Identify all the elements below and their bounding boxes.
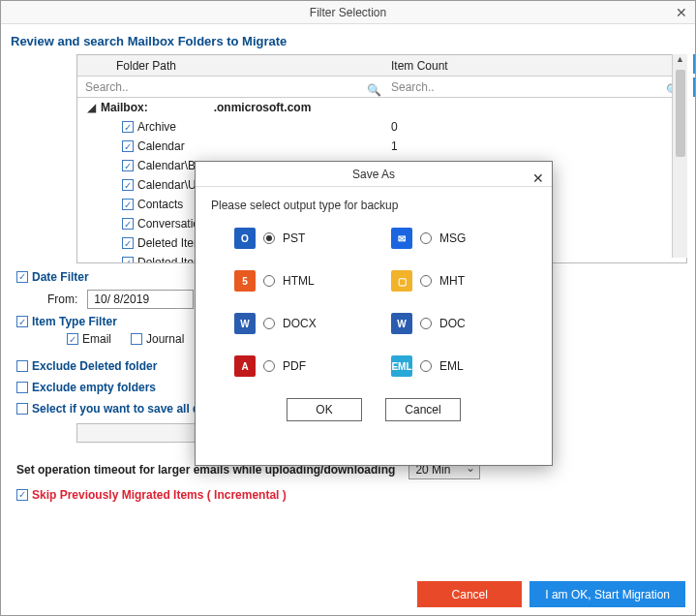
msg-label: MSG	[439, 231, 466, 245]
dialog-title: Save As	[352, 168, 395, 181]
pst-radio[interactable]	[263, 232, 275, 244]
eml-icon: EML	[391, 355, 412, 377]
html-icon: 5	[234, 270, 256, 292]
pdf-icon: A	[234, 355, 256, 377]
start-migration-button[interactable]: I am OK, Start Migration	[530, 581, 685, 607]
window-title: Filter Selection	[310, 6, 386, 19]
save-all-checkbox[interactable]	[16, 403, 28, 415]
window-close-icon[interactable]: ✕	[676, 1, 687, 24]
docx-label: DOCX	[283, 317, 317, 330]
eml-radio[interactable]	[420, 360, 432, 372]
exclude-deleted-checkbox[interactable]	[16, 360, 28, 372]
mailbox-domain: .onmicrosoft.com	[214, 101, 312, 114]
search-icon[interactable]: 🔍	[367, 83, 381, 97]
journal-checkbox[interactable]	[131, 333, 142, 345]
msg-radio[interactable]	[420, 232, 432, 244]
eml-label: EML	[439, 359, 464, 373]
dialog-cancel-button[interactable]: Cancel	[385, 398, 461, 421]
msg-icon: ✉	[391, 228, 412, 249]
save-all-label: Select if you want to save all dat	[32, 402, 210, 416]
save-as-dialog: Save As ✕ Please select output type for …	[195, 161, 553, 466]
cancel-button[interactable]: Cancel	[417, 581, 522, 607]
folder-checkbox[interactable]	[122, 140, 134, 152]
skip-migrated-checkbox[interactable]	[16, 489, 28, 501]
date-filter-label: Date Filter	[32, 270, 89, 284]
folder-checkbox[interactable]	[122, 257, 134, 262]
scroll-thumb[interactable]	[676, 70, 685, 157]
window-titlebar: Filter Selection ✕	[1, 1, 695, 24]
expand-icon[interactable]: ◢	[87, 101, 97, 114]
dialog-message: Please select output type for backup	[196, 187, 552, 218]
from-label: From:	[47, 293, 77, 306]
email-label: Email	[82, 332, 111, 346]
folder-checkbox[interactable]	[122, 121, 134, 133]
item-type-filter-label: Item Type Filter	[32, 315, 117, 328]
pst-label: PST	[283, 231, 305, 245]
date-filter-checkbox[interactable]	[16, 271, 28, 283]
scrollbar[interactable]: ▲	[672, 54, 687, 258]
exclude-empty-checkbox[interactable]	[16, 382, 28, 393]
dialog-ok-button[interactable]: OK	[287, 398, 362, 421]
pdf-label: PDF	[283, 359, 306, 373]
scroll-up-icon[interactable]: ▲	[673, 54, 687, 68]
doc-radio[interactable]	[420, 318, 432, 329]
folder-name: Contacts	[137, 198, 183, 211]
journal-label: Journal	[146, 332, 184, 346]
mailbox-label: Mailbox:	[101, 101, 148, 114]
from-date-input[interactable]: 10/ 8/2019	[87, 290, 194, 309]
mht-label: MHT	[439, 274, 465, 288]
html-radio[interactable]	[263, 275, 275, 287]
folder-checkbox[interactable]	[122, 160, 134, 171]
folder-name: Archive	[137, 120, 176, 134]
item-type-filter-checkbox[interactable]	[16, 316, 28, 327]
folder-checkbox[interactable]	[122, 218, 134, 230]
exclude-deleted-label: Exclude Deleted folder	[32, 359, 157, 373]
folder-name: Calendar	[137, 139, 185, 153]
search-item-count[interactable]: Search.. 🔍	[387, 80, 686, 94]
docx-icon: W	[234, 313, 256, 334]
doc-icon: W	[391, 313, 412, 334]
page-header: Review and search Mailbox Folders to Mig…	[1, 24, 695, 54]
skip-migrated-label: Skip Previously Migrated Items ( Increme…	[32, 488, 287, 502]
mht-radio[interactable]	[420, 275, 432, 287]
pst-icon: O	[234, 228, 256, 249]
col-folder-path[interactable]: Folder Path	[77, 59, 387, 73]
mht-icon: ▢	[391, 270, 412, 292]
html-label: HTML	[283, 274, 315, 288]
email-checkbox[interactable]	[67, 333, 78, 345]
exclude-empty-label: Exclude empty folders	[32, 381, 156, 394]
search-folder-path[interactable]: Search.. 🔍	[77, 80, 387, 94]
folder-checkbox[interactable]	[122, 237, 134, 249]
folder-checkbox[interactable]	[122, 199, 134, 210]
doc-label: DOC	[439, 317, 466, 330]
folder-checkbox[interactable]	[122, 179, 134, 191]
docx-radio[interactable]	[263, 318, 275, 329]
pdf-radio[interactable]	[263, 360, 275, 372]
dialog-close-icon[interactable]: ✕	[532, 166, 544, 191]
col-item-count[interactable]: Item Count	[387, 59, 686, 73]
